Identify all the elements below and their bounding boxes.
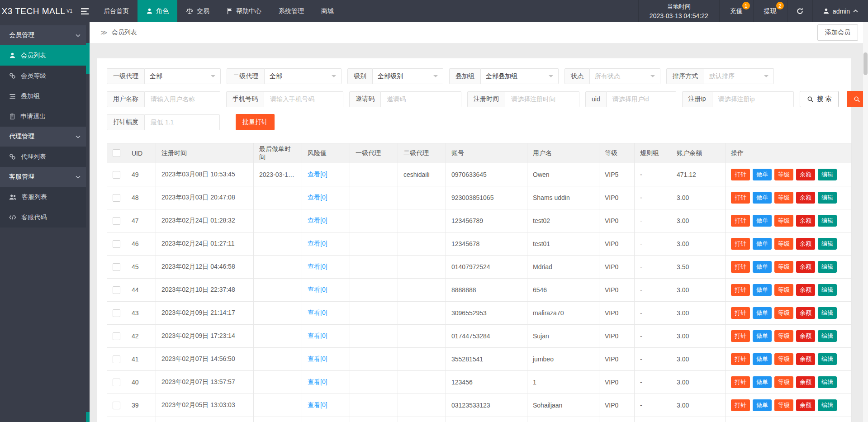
edit-action-button[interactable]: 编辑 [818,376,837,388]
order-action-button[interactable]: 做单 [753,307,772,319]
sidebar-scrollbar[interactable] [86,22,90,422]
row-checkbox[interactable] [113,194,120,202]
select-all-checkbox[interactable] [113,149,120,157]
order-action-button[interactable]: 做单 [753,192,772,204]
balance-action-button[interactable]: 余额 [796,215,815,227]
level-action-button[interactable]: 等级 [774,399,793,411]
order-action-button[interactable]: 做单 [753,376,772,388]
refresh-button[interactable] [787,0,812,22]
recharge-button[interactable]: 充值 1 [719,0,753,22]
edit-action-button[interactable]: 编辑 [818,307,837,319]
order-action-button[interactable]: 做单 [753,261,772,273]
row-checkbox[interactable] [113,402,120,409]
inject-action-button[interactable]: 打针 [731,307,750,319]
inject-action-button[interactable]: 打针 [731,284,750,296]
balance-action-button[interactable]: 余额 [796,238,815,250]
sidebar-group-service-management[interactable]: 客服管理 [0,167,86,187]
inject-range-input[interactable] [150,118,214,126]
order-action-button[interactable]: 做单 [753,169,772,180]
balance-action-button[interactable]: 余额 [796,307,815,319]
view-risk-link[interactable]: 查看[0] [308,401,327,408]
inject-action-button[interactable]: 打针 [731,261,750,273]
order-action-button[interactable]: 做单 [753,284,772,296]
order-action-button[interactable]: 做单 [753,215,772,227]
sidebar-group-member-management[interactable]: 会员管理 [0,25,86,45]
nav-item-dashboard[interactable]: 后台首页 [95,0,138,22]
vertical-scrollbar[interactable] [863,22,868,422]
nav-item-trade[interactable]: 交易 [177,0,218,22]
level-action-button[interactable]: 等级 [774,169,793,180]
sidebar-item-member-level[interactable]: 会员等级 [0,66,86,86]
sidebar-item-service-list[interactable]: 客服列表 [0,187,86,207]
balance-action-button[interactable]: 余额 [796,284,815,296]
inject-action-button[interactable]: 打针 [731,215,750,227]
input-invite_code[interactable] [386,95,456,103]
level-action-button[interactable]: 等级 [774,330,793,342]
select-stack_group[interactable]: 全部叠加组 [481,68,559,84]
edit-action-button[interactable]: 编辑 [818,399,837,411]
view-risk-link[interactable]: 查看[0] [308,355,327,362]
view-risk-link[interactable]: 查看[0] [308,240,327,247]
balance-action-button[interactable]: 余额 [796,192,815,204]
select-sort[interactable]: 默认排序 [704,68,774,84]
level-action-button[interactable]: 等级 [774,353,793,365]
row-checkbox[interactable] [113,379,120,386]
inject-action-button[interactable]: 打针 [731,238,750,250]
inject-action-button[interactable]: 打针 [731,399,750,411]
row-checkbox[interactable] [113,286,120,294]
balance-action-button[interactable]: 余额 [796,376,815,388]
level-action-button[interactable]: 等级 [774,284,793,296]
nav-item-system[interactable]: 系统管理 [270,0,313,22]
select-agent1[interactable]: 全部 [145,68,221,84]
edit-action-button[interactable]: 编辑 [818,330,837,342]
edit-action-button[interactable]: 编辑 [818,261,837,273]
batch-inject-button[interactable]: 批量打针 [236,114,275,130]
view-risk-link[interactable]: 查看[0] [308,309,327,316]
sidebar-item-agent-list[interactable]: 代理列表 [0,147,86,167]
row-checkbox[interactable] [113,309,120,317]
edit-action-button[interactable]: 编辑 [818,169,837,180]
input-username[interactable] [150,95,215,103]
level-action-button[interactable]: 等级 [774,192,793,204]
balance-action-button[interactable]: 余额 [796,330,815,342]
order-action-button[interactable]: 做单 [753,238,772,250]
sidebar-item-stack-group[interactable]: 叠加组 [0,86,86,106]
balance-action-button[interactable]: 余额 [796,353,815,365]
view-risk-link[interactable]: 查看[0] [308,217,327,224]
row-checkbox[interactable] [113,356,120,363]
view-risk-link[interactable]: 查看[0] [308,286,327,293]
level-action-button[interactable]: 等级 [774,261,793,273]
order-action-button[interactable]: 做单 [753,330,772,342]
nav-item-mall[interactable]: 商城 [313,0,342,22]
sidebar-item-apply-exit[interactable]: 申请退出 [0,106,86,127]
row-checkbox[interactable] [113,332,120,340]
sidebar-group-agent-management[interactable]: 代理管理 [0,127,86,147]
edit-action-button[interactable]: 编辑 [818,353,837,365]
view-risk-link[interactable]: 查看[0] [308,171,327,178]
withdraw-button[interactable]: 提现 2 [753,0,787,22]
inject-action-button[interactable]: 打针 [731,353,750,365]
balance-action-button[interactable]: 余额 [796,261,815,273]
nav-item-help-center[interactable]: 帮助中心 [218,0,270,22]
input-reg_time[interactable] [510,95,574,103]
view-risk-link[interactable]: 查看[0] [308,194,327,201]
view-risk-link[interactable]: 查看[0] [308,263,327,270]
select-agent2[interactable]: 全部 [265,68,342,84]
level-action-button[interactable]: 等级 [774,215,793,227]
edit-action-button[interactable]: 编辑 [818,192,837,204]
add-member-button[interactable]: 添加会员 [817,24,858,41]
input-reg_ip[interactable] [717,95,788,103]
user-menu[interactable]: admin [812,0,868,22]
inject-action-button[interactable]: 打针 [731,330,750,342]
row-checkbox[interactable] [113,240,120,248]
sidebar-toggle-button[interactable] [74,0,95,22]
view-risk-link[interactable]: 查看[0] [308,332,327,339]
level-action-button[interactable]: 等级 [774,307,793,319]
level-action-button[interactable]: 等级 [774,238,793,250]
view-risk-link[interactable]: 查看[0] [308,378,327,385]
order-action-button[interactable]: 做单 [753,399,772,411]
row-checkbox[interactable] [113,217,120,225]
nav-item-role[interactable]: 角色 [138,0,177,22]
edit-action-button[interactable]: 编辑 [818,238,837,250]
input-phone[interactable] [269,95,338,103]
